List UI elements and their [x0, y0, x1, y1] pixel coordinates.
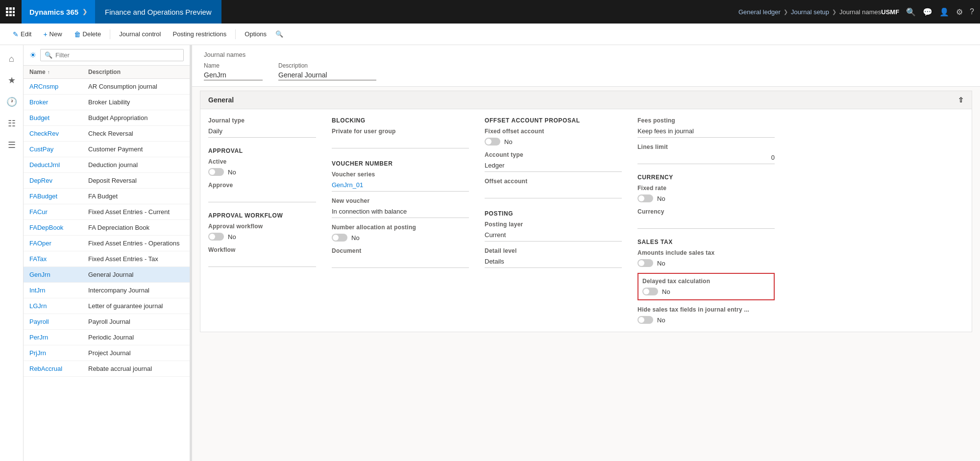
currency-value[interactable]: [637, 217, 775, 229]
comment-icon[interactable]: 💬: [923, 7, 932, 17]
posting-title: POSTING: [485, 210, 622, 217]
breadcrumb-general-ledger[interactable]: General ledger: [738, 8, 781, 16]
sidebar-star-icon[interactable]: ★: [2, 71, 22, 90]
name-label: Name: [204, 62, 263, 69]
list-item-name: FABudget: [29, 193, 88, 200]
list-item[interactable]: Budget Budget Appropriation: [24, 110, 190, 126]
section-header-general[interactable]: General ⇧: [200, 91, 972, 109]
options-button[interactable]: Options: [240, 27, 271, 41]
col4: Fees posting Keep fees in journal Lines …: [637, 117, 775, 324]
approve-value[interactable]: [208, 191, 316, 202]
new-voucher-value[interactable]: In connection with balance: [332, 206, 469, 218]
lines-limit-value[interactable]: 0: [637, 152, 775, 164]
hide-sales-tax-toggle[interactable]: [637, 316, 653, 324]
detail-level-value[interactable]: Details: [485, 256, 622, 268]
brand-name: Dynamics 365: [29, 8, 78, 16]
list-item-desc: Periodic Journal: [88, 334, 184, 341]
search-icon-topbar[interactable]: 🔍: [906, 7, 916, 17]
breadcrumb-journal-setup[interactable]: Journal setup: [791, 8, 829, 16]
list-item[interactable]: RebAccrual Rebate accrual journal: [24, 361, 190, 377]
hide-sales-tax-label: Hide sales tax fields in journal entry .…: [637, 306, 775, 313]
list-item[interactable]: CustPay Customer Payment: [24, 142, 190, 157]
sidebar-clock-icon[interactable]: 🕐: [2, 92, 22, 112]
detail-level-label: Detail level: [485, 247, 622, 254]
list-item[interactable]: FACur Fixed Asset Entries - Current: [24, 204, 190, 220]
posting-restrictions-button[interactable]: Posting restrictions: [168, 27, 231, 41]
delayed-tax-calc-toggle[interactable]: [642, 288, 658, 295]
desc-value[interactable]: General Journal: [278, 70, 376, 80]
amounts-include-sales-tax-toggle[interactable]: [637, 259, 653, 267]
list-item-name: FACur: [29, 208, 88, 216]
fixed-offset-account-toggle[interactable]: [485, 138, 500, 146]
list-item[interactable]: DeductJrnl Deduction journal: [24, 157, 190, 173]
hide-sales-tax-toggle-label: No: [657, 316, 665, 324]
list-item[interactable]: FABudget FA Budget: [24, 189, 190, 204]
document-value[interactable]: [332, 256, 469, 268]
list-item[interactable]: Broker Broker Liability: [24, 95, 190, 110]
filter-icon[interactable]: ☀: [29, 50, 36, 60]
col1: Journal type Daily APPROVAL Active No: [208, 117, 316, 324]
fixed-rate-label: Fixed rate: [637, 185, 775, 192]
list-item[interactable]: CheckRev Check Reversal: [24, 126, 190, 142]
list-item[interactable]: FATax Fixed Asset Entries - Tax: [24, 251, 190, 267]
fixed-rate-toggle[interactable]: [637, 194, 653, 202]
currency-label: Currency: [637, 208, 775, 215]
list-item[interactable]: LGJrn Letter of guarantee journal: [24, 298, 190, 314]
app-title: Finance and Operations Preview: [95, 0, 221, 24]
account-type-value[interactable]: Ledger: [485, 160, 622, 172]
active-toggle[interactable]: [208, 168, 224, 176]
journal-control-button[interactable]: Journal control: [114, 27, 166, 41]
workflow-field: Workflow: [208, 246, 316, 267]
list-item[interactable]: FAOper Fixed Asset Entries - Operations: [24, 236, 190, 251]
list-item-name: Broker: [29, 98, 88, 106]
list-item[interactable]: DepRev Deposit Reversal: [24, 173, 190, 189]
private-user-group-value[interactable]: [332, 137, 469, 148]
voucher-series-value[interactable]: GenJrn_01: [332, 180, 469, 192]
list-item[interactable]: PrjJrn Project Journal: [24, 345, 190, 361]
fixed-rate-toggle-row: No: [637, 194, 775, 202]
col-desc-header[interactable]: Description: [88, 69, 184, 75]
journal-names-title: Journal names: [204, 51, 968, 58]
new-button[interactable]: + New: [38, 27, 67, 41]
search-input[interactable]: [55, 51, 179, 59]
brand-area[interactable]: Dynamics 365 ❯: [22, 0, 95, 24]
list-item[interactable]: IntJrn Intercompany Journal: [24, 283, 190, 298]
active-toggle-label: No: [228, 169, 236, 176]
posting-layer-value[interactable]: Current: [485, 230, 622, 242]
list-header: ☀ 🔍: [24, 45, 190, 66]
help-icon[interactable]: ?: [970, 7, 974, 16]
sidebar-table-icon[interactable]: ☷: [2, 114, 22, 133]
grid-icon[interactable]: [6, 6, 17, 17]
number-allocation-toggle[interactable]: [332, 234, 347, 242]
detail-level-field: Detail level Details: [485, 247, 622, 268]
workflow-value[interactable]: [208, 255, 316, 267]
number-allocation-label: Number allocation at posting: [332, 224, 469, 231]
list-item[interactable]: Payroll Payroll Journal: [24, 314, 190, 330]
list-item[interactable]: PerJrn Periodic Journal: [24, 330, 190, 345]
list-search-box[interactable]: 🔍: [40, 49, 184, 61]
offset-account-value[interactable]: [485, 187, 622, 198]
approval-workflow-toggle[interactable]: [208, 233, 224, 241]
list-item-name: FATax: [29, 255, 88, 263]
list-item-desc: Broker Liability: [88, 98, 184, 106]
list-item[interactable]: ARCnsmp AR Consumption journal: [24, 79, 190, 95]
edit-button[interactable]: ✎ Edit: [8, 27, 36, 41]
active-label: Active: [208, 158, 316, 165]
svg-rect-4: [9, 11, 12, 13]
delete-button[interactable]: 🗑 Delete: [69, 27, 106, 41]
list-item-name: RebAccrual: [29, 365, 88, 372]
sidebar-list-icon[interactable]: ☰: [2, 135, 22, 155]
user-icon[interactable]: 👤: [939, 7, 949, 17]
col-name-header[interactable]: Name ↑: [29, 69, 88, 75]
cmd-separator-1: [110, 29, 110, 39]
user-label: USMF: [881, 8, 899, 16]
sidebar-home-icon[interactable]: ⌂: [2, 49, 22, 69]
list-item-desc: Customer Payment: [88, 146, 184, 153]
list-item[interactable]: GenJrn General Journal: [24, 267, 190, 283]
settings-icon[interactable]: ⚙: [956, 7, 963, 17]
journal-type-value[interactable]: Daily: [208, 126, 316, 138]
fees-posting-value[interactable]: Keep fees in journal: [637, 126, 775, 138]
name-value[interactable]: GenJrn: [204, 70, 263, 80]
list-item[interactable]: FADepBook FA Depreciation Book: [24, 220, 190, 236]
list-item-name: FADepBook: [29, 224, 88, 231]
